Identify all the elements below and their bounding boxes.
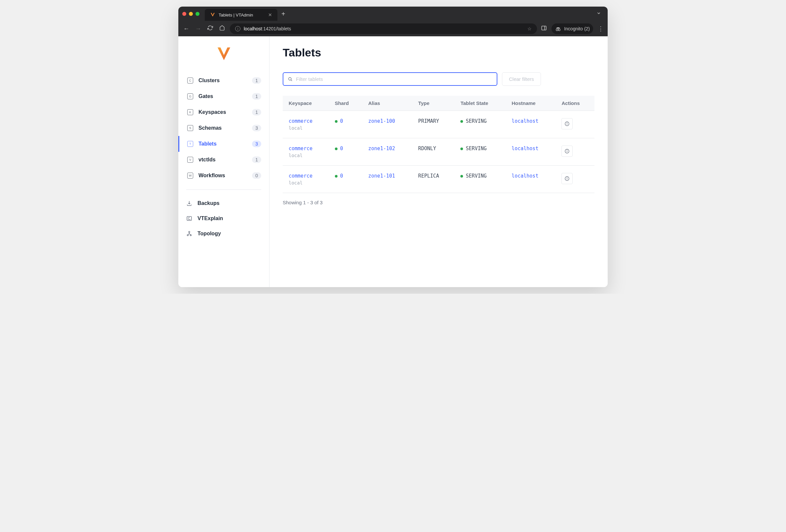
- column-header-type: Type: [412, 96, 455, 111]
- pagination-summary: Showing 1 - 3 of 3: [283, 200, 595, 205]
- svg-point-19: [567, 177, 568, 178]
- gates-icon: G: [187, 93, 193, 99]
- shard-link[interactable]: 0: [340, 173, 343, 179]
- status-dot-icon: [335, 120, 338, 123]
- main-content: Tablets Clear filters KeyspaceShardAlias…: [270, 36, 608, 287]
- sidebar-item-badge: 1: [252, 156, 261, 163]
- browser-window: Tablets | VTAdmin ✕ + ← → i localhost:14…: [178, 7, 608, 287]
- tab-title: Tablets | VTAdmin: [218, 13, 253, 18]
- clear-filters-button[interactable]: Clear filters: [502, 72, 541, 86]
- url-text: localhost:14201/tablets: [244, 26, 291, 31]
- tablet-state: SERVING: [466, 146, 486, 151]
- hostname-link[interactable]: localhost: [512, 146, 538, 151]
- svg-point-13: [567, 123, 568, 123]
- vtctlds-icon: V: [187, 157, 193, 163]
- browser-chrome: Tablets | VTAdmin ✕ + ← → i localhost:14…: [178, 7, 608, 36]
- column-header-shard: Shard: [329, 96, 362, 111]
- sidebar-item-topology[interactable]: Topology: [178, 226, 269, 241]
- column-header-tablet-state: Tablet State: [455, 96, 506, 111]
- sidebar-item-badge: 1: [252, 93, 261, 100]
- sidebar-item-label: Workflows: [199, 173, 225, 178]
- workflows-icon: W: [187, 173, 193, 178]
- home-button[interactable]: [218, 25, 226, 32]
- site-info-icon[interactable]: i: [235, 26, 240, 31]
- alias-link[interactable]: zone1-100: [368, 118, 395, 124]
- tablet-type: RDONLY: [418, 146, 436, 151]
- window-controls: [182, 12, 200, 16]
- cluster-sublabel: local: [288, 180, 323, 186]
- tablet-type: REPLICA: [418, 173, 439, 179]
- browser-toolbar: ← → i localhost:14201/tablets ☆: [178, 21, 608, 36]
- incognito-badge[interactable]: Incognito (2): [552, 23, 593, 34]
- sidebar-item-workflows[interactable]: W Workflows 0: [178, 168, 269, 184]
- panel-icon[interactable]: [541, 25, 547, 32]
- sidebar-item-gates[interactable]: G Gates 1: [178, 89, 269, 104]
- window-maximize-button[interactable]: [195, 12, 200, 16]
- sidebar-item-tablets[interactable]: T Tablets 3: [178, 136, 269, 152]
- browser-tab[interactable]: Tablets | VTAdmin ✕: [205, 9, 277, 21]
- svg-point-3: [558, 29, 560, 31]
- sidebar-item-keyspaces[interactable]: K Keyspaces 1: [178, 104, 269, 120]
- window-close-button[interactable]: [182, 12, 186, 16]
- svg-line-10: [291, 79, 292, 81]
- column-header-hostname: Hostname: [506, 96, 555, 111]
- sidebar-item-schemas[interactable]: S Schemas 3: [178, 120, 269, 136]
- tab-close-icon[interactable]: ✕: [268, 12, 272, 18]
- topology-icon: [186, 231, 192, 237]
- svg-point-2: [556, 29, 558, 31]
- bookmark-star-icon[interactable]: ☆: [527, 26, 532, 31]
- table-header-row: KeyspaceShardAliasTypeTablet StateHostna…: [283, 96, 595, 111]
- tab-dropdown-icon[interactable]: [594, 11, 604, 17]
- filter-input-wrap[interactable]: [283, 72, 498, 86]
- alias-link[interactable]: zone1-101: [368, 173, 395, 179]
- row-actions-button[interactable]: [561, 118, 573, 129]
- backups-icon: [186, 200, 192, 206]
- window-minimize-button[interactable]: [189, 12, 193, 16]
- keyspace-link[interactable]: commerce: [288, 146, 323, 151]
- sidebar-item-badge: 3: [252, 141, 261, 147]
- sidebar-item-label: Keyspaces: [199, 109, 226, 115]
- status-dot-icon: [335, 175, 338, 177]
- svg-point-9: [288, 77, 291, 80]
- hostname-link[interactable]: localhost: [512, 118, 538, 124]
- table-row: commerce local 0 zone1-101 REPLICA SERVI…: [283, 166, 595, 193]
- sidebar-item-backups[interactable]: Backups: [178, 196, 269, 211]
- row-actions-button[interactable]: [561, 146, 573, 157]
- url-bar[interactable]: i localhost:14201/tablets ☆: [230, 23, 537, 34]
- column-header-keyspace: Keyspace: [283, 96, 329, 111]
- keyspace-link[interactable]: commerce: [288, 173, 323, 179]
- shard-link[interactable]: 0: [340, 146, 343, 151]
- schemas-icon: S: [187, 125, 193, 131]
- back-button[interactable]: ←: [182, 25, 190, 32]
- reload-button[interactable]: [206, 25, 214, 32]
- column-header-actions: Actions: [555, 96, 595, 111]
- sidebar-divider: [186, 189, 261, 190]
- sidebar-item-vtexplain[interactable]: VTExplain: [178, 211, 269, 226]
- vitess-logo[interactable]: [178, 43, 269, 73]
- sidebar-item-badge: 0: [252, 172, 261, 179]
- status-dot-icon: [460, 147, 463, 150]
- tablet-state: SERVING: [466, 173, 486, 179]
- incognito-label: Incognito (2): [564, 26, 590, 31]
- tablet-type: PRIMARY: [418, 118, 439, 124]
- hostname-link[interactable]: localhost: [512, 173, 538, 179]
- info-icon: [564, 121, 570, 126]
- sidebar-item-clusters[interactable]: C Clusters 1: [178, 73, 269, 89]
- shard-link[interactable]: 0: [340, 118, 343, 124]
- filter-tablets-input[interactable]: [296, 76, 492, 82]
- browser-menu-icon[interactable]: ⋮: [598, 25, 604, 32]
- table-row: commerce local 0 zone1-102 RDONLY SERVIN…: [283, 138, 595, 166]
- clusters-icon: C: [187, 77, 193, 83]
- row-actions-button[interactable]: [561, 173, 573, 184]
- new-tab-button[interactable]: +: [281, 10, 285, 18]
- keyspace-link[interactable]: commerce: [288, 118, 323, 124]
- forward-button[interactable]: →: [194, 25, 202, 32]
- sidebar-item-vtctlds[interactable]: V vtctlds 1: [178, 152, 269, 168]
- sidebar-item-label: Backups: [198, 200, 219, 206]
- svg-point-6: [189, 231, 190, 233]
- sidebar-item-label: Schemas: [199, 125, 222, 131]
- alias-link[interactable]: zone1-102: [368, 146, 395, 151]
- sidebar-item-badge: 1: [252, 109, 261, 116]
- tablet-state: SERVING: [466, 118, 486, 124]
- toolbar-right: Incognito (2) ⋮: [541, 23, 604, 34]
